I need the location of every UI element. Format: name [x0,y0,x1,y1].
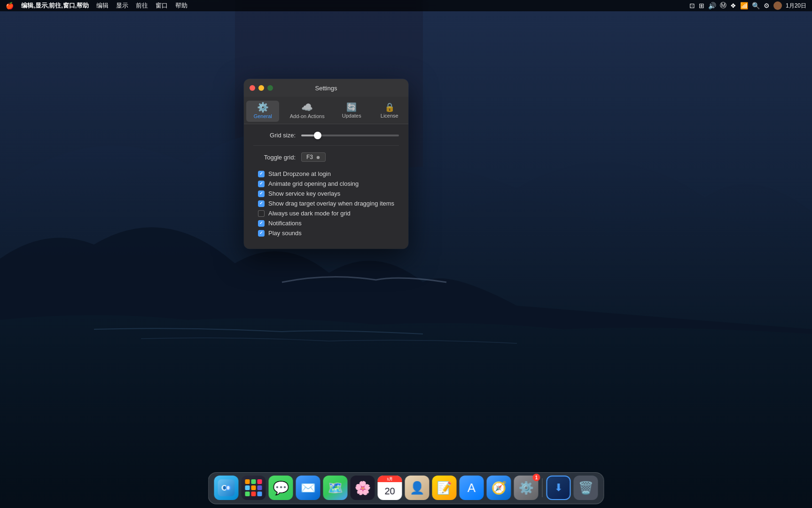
key-value: F3 [306,154,313,160]
dock-item-photos[interactable]: 🌸 [351,476,375,500]
appstore-icon: A [460,476,484,500]
dock: 💬 ✉️ 🗺️ 🌸 1月 20 👤 [208,472,604,504]
checkbox-notifications-label: Notifications [268,220,302,227]
window-title: Settings [315,85,337,92]
dock-item-finder[interactable] [214,476,239,500]
menu-item-go[interactable]: 前往 [136,1,148,10]
checkbox-animate-grid[interactable]: Animate grid opening and closing [258,180,399,187]
dock-item-notes[interactable]: 📝 [432,476,457,500]
dock-item-trash[interactable]: 🗑️ [574,476,598,500]
dock-item-messages[interactable]: 💬 [269,476,293,500]
messages-icon: 💬 [269,476,293,500]
checkbox-play-sounds-box[interactable] [258,230,265,237]
checkbox-start-login-box[interactable] [258,171,265,177]
checkbox-notifications-box[interactable] [258,220,265,227]
menu-icon-3[interactable]: Ⓜ [720,1,726,10]
close-button[interactable] [250,85,255,91]
menu-item-window[interactable]: 窗口 [156,1,168,10]
app-name[interactable]: 编辑,显示,前往,窗口,帮助 [21,1,89,10]
menubar: 🍎 编辑,显示,前往,窗口,帮助 编辑 显示 前往 窗口 帮助 ⊡ ⊞ 🔊 Ⓜ … [0,0,812,11]
svg-point-4 [223,486,226,490]
calendar-icon: 1月 20 [378,476,402,500]
datetime: 1月20日 [786,2,806,10]
system-prefs-badge: 1 [533,474,540,481]
license-tab-icon: 🔒 [384,103,395,111]
grid-size-label: Grid size: [253,132,296,139]
tab-general[interactable]: ⚙️ General [246,101,279,122]
system-prefs-icon: ⚙️ 1 [514,476,539,500]
addon-tab-icon: ☁️ [301,103,313,112]
volume-icon[interactable]: 🔊 [708,2,716,9]
window-titlebar: Settings [244,79,408,97]
mail-icon: ✉️ [296,476,320,500]
window-controls [250,85,273,91]
checkbox-notifications[interactable]: Notifications [258,220,399,227]
finder-icon [214,476,239,500]
control-center-icon[interactable]: ⚙ [764,2,770,9]
launchpad-icon [242,476,266,500]
search-icon[interactable]: 🔍 [752,2,760,9]
settings-content: Grid size: Toggle grid: F3 ⏺ Start Dropz… [244,124,408,249]
menu-item-help[interactable]: 帮助 [175,1,187,10]
dock-item-calendar[interactable]: 1月 20 [378,476,402,500]
menu-icon-1[interactable]: ⊡ [689,2,695,9]
contacts-icon: 👤 [405,476,429,500]
addon-tab-label: Add-on Actions [290,113,325,119]
menubar-left: 🍎 编辑,显示,前往,窗口,帮助 编辑 显示 前往 窗口 帮助 [6,1,187,10]
dock-item-appstore[interactable]: A [460,476,484,500]
grid-size-thumb[interactable] [314,132,321,139]
menu-icon-2[interactable]: ⊞ [699,2,704,9]
checkbox-drag-target-label: Show drag target overlay when dragging i… [268,200,394,207]
maximize-button[interactable] [267,85,273,91]
menubar-right: ⊡ ⊞ 🔊 Ⓜ ❖ 📶 🔍 ⚙ 1月20日 [689,1,806,10]
checkbox-service-key-box[interactable] [258,190,265,197]
checkbox-animate-grid-label: Animate grid opening and closing [268,180,359,187]
photos-icon: 🌸 [351,476,375,500]
checkbox-dark-mode-box[interactable] [258,210,265,217]
dock-item-maps[interactable]: 🗺️ [323,476,348,500]
updates-tab-icon: 🔄 [346,103,357,111]
dropzone-icon: ⬇ [547,476,571,500]
checkbox-dark-mode[interactable]: Always use dark mode for grid [258,210,399,217]
checkbox-drag-target-box[interactable] [258,200,265,207]
checkbox-play-sounds[interactable]: Play sounds [258,230,399,237]
checkbox-dark-mode-label: Always use dark mode for grid [268,210,351,217]
grid-size-row: Grid size: [253,132,399,146]
toggle-grid-label: Toggle grid: [253,154,296,161]
checkbox-list: Start Dropzone at login Animate grid ope… [253,170,399,237]
dock-item-dropzone[interactable]: ⬇ [547,476,571,500]
grid-size-slider-container [301,135,399,136]
menu-icon-4[interactable]: ❖ [730,2,736,9]
settings-window: Settings ⚙️ General ☁️ Add-on Actions 🔄 … [244,79,408,249]
checkbox-service-key[interactable]: Show service key overlays [258,190,399,197]
toggle-grid-shortcut[interactable]: F3 ⏺ [301,152,326,162]
dock-item-launchpad[interactable] [242,476,266,500]
minimize-button[interactable] [258,85,264,91]
grid-size-track [301,135,399,136]
trash-icon: 🗑️ [574,476,598,500]
checkbox-animate-grid-box[interactable] [258,181,265,187]
menu-item-view[interactable]: 显示 [116,1,128,10]
apple-menu[interactable]: 🍎 [6,2,14,9]
tab-addon-actions[interactable]: ☁️ Add-on Actions [284,101,330,122]
checkbox-service-key-label: Show service key overlays [268,190,340,197]
updates-tab-label: Updates [342,113,361,119]
safari-icon: 🧭 [487,476,511,500]
notes-icon: 📝 [432,476,457,500]
wifi-icon[interactable]: 📶 [740,2,748,9]
dock-item-system-prefs[interactable]: ⚙️ 1 [514,476,539,500]
dock-item-mail[interactable]: ✉️ [296,476,320,500]
mountain-overlay [0,0,812,508]
user-avatar [773,1,782,10]
tab-license[interactable]: 🔒 License [373,101,406,121]
dock-item-safari[interactable]: 🧭 [487,476,511,500]
maps-icon: 🗺️ [323,476,348,500]
general-tab-icon: ⚙️ [257,103,269,112]
checkbox-drag-target[interactable]: Show drag target overlay when dragging i… [258,200,399,207]
checkbox-play-sounds-label: Play sounds [268,230,302,237]
tab-updates[interactable]: 🔄 Updates [335,101,368,121]
menu-item-edit[interactable]: 编辑 [96,1,109,10]
dock-item-contacts[interactable]: 👤 [405,476,429,500]
checkbox-start-login[interactable]: Start Dropzone at login [258,170,399,177]
checkbox-start-login-label: Start Dropzone at login [268,170,331,177]
